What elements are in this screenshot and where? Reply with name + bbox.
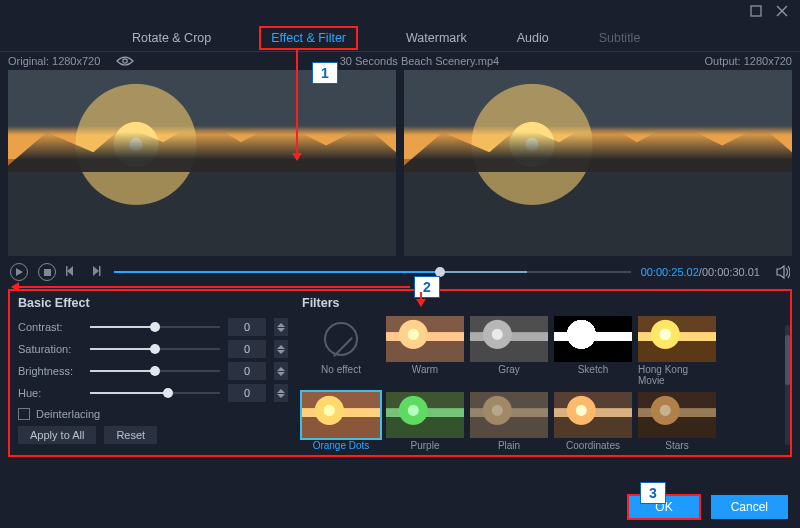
filter-label: Hong Kong Movie [638,364,716,386]
deinterlacing-checkbox[interactable]: Deinterlacing [18,408,288,420]
filters-heading: Filters [302,296,782,310]
hue-value[interactable]: 0 [228,384,266,402]
filter-purple[interactable]: Purple [386,392,464,451]
annotation-arrow-2 [12,286,410,288]
tab-rotate-crop[interactable]: Rotate & Crop [130,27,213,49]
filter-label: Plain [498,440,520,451]
reset-button[interactable]: Reset [104,426,157,444]
contrast-slider[interactable] [90,321,220,333]
output-resolution: Output: 1280x720 [705,55,792,67]
volume-icon[interactable] [776,265,790,279]
filter-label: Purple [411,440,440,451]
next-frame-button[interactable] [90,265,104,279]
filter-label: Warm [412,364,438,375]
close-icon[interactable] [776,3,788,21]
preview-original [8,70,396,256]
maximize-icon[interactable] [750,3,762,21]
tab-watermark[interactable]: Watermark [404,27,469,49]
svg-rect-5 [44,269,51,276]
contrast-value[interactable]: 0 [228,318,266,336]
stop-button[interactable] [38,263,56,281]
filter-plain[interactable]: Plain [470,392,548,451]
brightness-label: Brightness: [18,365,82,377]
tab-audio[interactable]: Audio [515,27,551,49]
annotation-arrow-1 [296,48,298,160]
filter-warm[interactable]: Warm [386,316,464,386]
filter-label: No effect [321,364,361,375]
svg-rect-9 [99,266,101,276]
filter-label: Sketch [578,364,609,375]
basic-effect-heading: Basic Effect [18,296,288,310]
filter-stars[interactable]: Stars [638,392,716,451]
svg-marker-8 [93,266,99,276]
saturation-slider[interactable] [90,343,220,355]
filter-coordinates[interactable]: Coordinates [554,392,632,451]
contrast-stepper[interactable] [274,318,288,336]
svg-rect-0 [751,6,761,16]
brightness-value[interactable]: 0 [228,362,266,380]
svg-marker-10 [777,266,784,278]
filter-sketch[interactable]: Sketch [554,316,632,386]
contrast-label: Contrast: [18,321,82,333]
tab-effect-filter[interactable]: Effect & Filter [259,26,358,50]
svg-point-3 [123,59,127,63]
cancel-button[interactable]: Cancel [711,495,788,519]
hue-stepper[interactable] [274,384,288,402]
hue-slider[interactable] [90,387,220,399]
time-display: 00:00:25.02/00:00:30.01 [641,266,760,278]
annotation-arrow-2b [420,292,422,306]
apply-to-all-button[interactable]: Apply to All [18,426,96,444]
svg-marker-4 [16,268,23,276]
saturation-value[interactable]: 0 [228,340,266,358]
saturation-label: Saturation: [18,343,82,355]
annotation-step-1: 1 [312,62,338,84]
svg-rect-7 [66,266,68,276]
eye-icon[interactable] [116,55,134,67]
seek-slider[interactable] [114,265,631,279]
filter-label: Orange Dots [313,440,370,451]
hue-label: Hue: [18,387,82,399]
filter-label: Gray [498,364,520,375]
svg-marker-6 [67,266,73,276]
tab-bar: Rotate & Crop Effect & Filter Watermark … [0,24,800,52]
filter-hong-kong-movie[interactable]: Hong Kong Movie [638,316,716,386]
annotation-step-2: 2 [414,276,440,298]
file-name: 30 Seconds Beach Scenery.mp4 [134,55,704,67]
filter-gray[interactable]: Gray [470,316,548,386]
filter-no-effect[interactable]: No effect [302,316,380,386]
filter-orange-dots[interactable]: Orange Dots [302,392,380,451]
filters-scrollbar[interactable] [785,325,790,445]
tab-subtitle[interactable]: Subtitle [597,27,643,49]
brightness-slider[interactable] [90,365,220,377]
prev-frame-button[interactable] [66,265,80,279]
play-button[interactable] [10,263,28,281]
saturation-stepper[interactable] [274,340,288,358]
preview-output [404,70,792,256]
annotation-step-3: 3 [640,482,666,504]
filter-label: Stars [665,440,688,451]
original-resolution: Original: 1280x720 [8,55,100,67]
brightness-stepper[interactable] [274,362,288,380]
filter-label: Coordinates [566,440,620,451]
